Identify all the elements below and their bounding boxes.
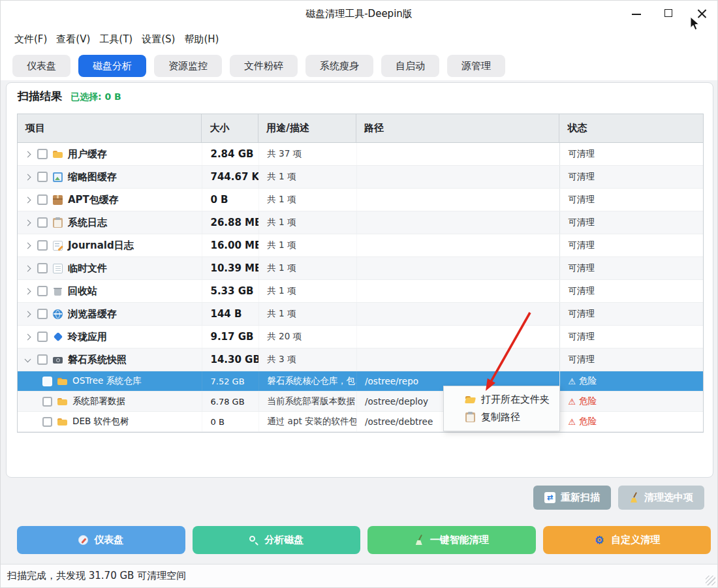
item-label: 用户缓存 <box>68 148 107 161</box>
tab-5[interactable]: 自启动 <box>381 55 439 77</box>
tab-0[interactable]: 仪表盘 <box>12 55 70 77</box>
item-label: 磐石系统快照 <box>68 354 127 366</box>
checkbox[interactable] <box>42 397 52 407</box>
chevron-right-icon[interactable] <box>24 263 32 273</box>
menu-item-3[interactable]: 设置(S) <box>137 31 180 48</box>
table-row[interactable]: 磐石系统快照14.30 GB共 3 项可清理 <box>18 348 703 371</box>
desc-value: 通过 apt 安装的软件包… <box>267 416 356 427</box>
tab-3[interactable]: 文件粉碎 <box>230 55 298 77</box>
chevron-right-icon[interactable] <box>24 172 32 182</box>
menu-item-2[interactable]: 工具(T) <box>95 31 137 48</box>
checkbox[interactable] <box>37 309 48 319</box>
table-row[interactable]: 浏览器缓存144 B共 1 项可清理 <box>18 303 703 326</box>
checkbox[interactable] <box>37 217 48 228</box>
cell-path <box>356 189 559 211</box>
cell-status: 可清理 <box>559 326 703 348</box>
chevron-right-icon[interactable] <box>24 149 32 159</box>
status-label: 危险 <box>579 395 597 407</box>
checkbox[interactable] <box>37 149 48 159</box>
desc-value: 共 37 项 <box>267 148 302 160</box>
menu-item-4[interactable]: 帮助(H) <box>180 31 223 48</box>
table-action-buttons: ⇄ 重新扫描 清理选中项 <box>533 486 704 510</box>
checkbox[interactable] <box>37 332 48 342</box>
chevron-right-icon[interactable] <box>24 240 32 251</box>
checkbox[interactable] <box>37 194 48 205</box>
item-label: 玲珑应用 <box>68 331 107 343</box>
item-label: 临时文件 <box>68 262 107 275</box>
tab-4[interactable]: 系统瘦身 <box>305 55 373 77</box>
broom-icon <box>629 493 639 503</box>
status-label: 危险 <box>579 375 597 387</box>
refresh-icon: ⇄ <box>544 492 555 503</box>
table-row[interactable]: 缩略图缓存744.67 KB共 1 项可清理 <box>18 166 703 189</box>
status-bar: 扫描完成，共发现 31.70 GB 可清理空间 <box>1 564 717 587</box>
desc-value: 共 1 项 <box>267 262 296 274</box>
chevron-right-icon[interactable] <box>24 332 32 342</box>
chevron-down-icon[interactable] <box>24 354 32 365</box>
tab-6[interactable]: 源管理 <box>447 55 505 77</box>
bottom-button-1[interactable]: 分析磁盘 <box>193 526 361 554</box>
table-row[interactable]: Journald日志16.00 MB共 1 项可清理 <box>18 234 703 257</box>
bottom-button-2[interactable]: 一键智能清理 <box>367 526 536 554</box>
size-value: 14.30 GB <box>210 354 258 365</box>
table-row[interactable]: 用户缓存2.84 GB共 37 项可清理 <box>18 143 703 166</box>
close-button[interactable] <box>693 5 710 22</box>
chevron-right-icon[interactable] <box>24 309 32 319</box>
menu-bar: 文件(F)查看(V)工具(T)设置(S)帮助(H) <box>1 27 717 52</box>
chevron-right-icon[interactable] <box>24 286 32 296</box>
cell-desc: 共 1 项 <box>258 234 356 256</box>
size-value: 16.00 MB <box>210 240 258 251</box>
cell-status: ⚠危险 <box>559 412 703 431</box>
checkbox[interactable] <box>42 417 52 427</box>
cell-path <box>356 303 559 325</box>
scan-results-panel: 扫描结果 已选择: 0 B 项目大小用途/描述路径状态用户缓存2.84 GB共 … <box>6 82 713 478</box>
context-menu-item-0[interactable]: 打开所在文件夹 <box>444 391 559 409</box>
table-row[interactable]: 系统日志26.88 MB共 1 项可清理 <box>18 211 703 234</box>
maximize-button[interactable] <box>661 5 678 22</box>
table-row[interactable]: 系统部署数据6.78 GB当前系统部署版本数据/ostree/deploy⚠危险 <box>18 392 703 412</box>
checkbox[interactable] <box>37 172 48 182</box>
bottom-button-3[interactable]: ⚙自定义清理 <box>543 526 711 554</box>
compass-icon <box>78 535 88 545</box>
bottom-button-label: 仪表盘 <box>94 534 123 546</box>
tab-1[interactable]: 磁盘分析 <box>78 55 146 77</box>
cell-status: 可清理 <box>559 166 703 188</box>
desc-value: 共 3 项 <box>267 354 296 365</box>
resize-grip[interactable] <box>706 576 715 585</box>
cell-status: 可清理 <box>559 211 703 234</box>
checkbox[interactable] <box>42 377 52 386</box>
cell-desc: 磐石系统核心仓库，包… <box>258 371 356 391</box>
checkbox[interactable] <box>37 354 48 365</box>
context-menu-item-1[interactable]: 复制路径 <box>444 409 559 426</box>
table-row[interactable]: DEB 软件包树0 B通过 apt 安装的软件包…/ostree/debtree… <box>18 412 703 432</box>
table-row[interactable]: APT包缓存0 B共 1 项可清理 <box>18 189 703 211</box>
table-row[interactable]: OSTree 系统仓库7.52 GB磐石系统核心仓库，包…/ostree/rep… <box>18 371 703 392</box>
clean-selected-button[interactable]: 清理选中项 <box>618 486 704 510</box>
cell-size: 6.78 GB <box>202 392 258 411</box>
desc-value: 共 1 项 <box>267 308 296 320</box>
chevron-right-icon[interactable] <box>24 217 32 228</box>
window-controls <box>628 1 710 27</box>
menu-item-1[interactable]: 查看(V) <box>52 31 95 48</box>
warning-icon: ⚠ <box>568 397 576 407</box>
gear-icon: ⚙ <box>593 535 605 546</box>
size-value: 26.88 MB <box>210 217 258 228</box>
context-menu-label: 打开所在文件夹 <box>481 394 550 406</box>
bottom-button-label: 分析磁盘 <box>264 534 304 546</box>
bottom-button-0[interactable]: 仪表盘 <box>17 526 185 554</box>
cell-size: 16.00 MB <box>202 234 258 256</box>
menu-item-0[interactable]: 文件(F) <box>10 31 52 48</box>
cell-path <box>356 166 559 188</box>
chevron-right-icon[interactable] <box>24 194 32 205</box>
table-row[interactable]: 临时文件10.39 MB共 1 项可清理 <box>18 257 703 280</box>
folder-icon <box>57 397 67 407</box>
table-row[interactable]: 玲珑应用9.17 GB共 20 项可清理 <box>18 326 703 348</box>
tab-2[interactable]: 资源监控 <box>154 55 222 77</box>
minimize-button[interactable] <box>628 5 645 22</box>
table-row[interactable]: 回收站5.33 GB共 1 项可清理 <box>18 280 703 303</box>
checkbox[interactable] <box>37 286 48 296</box>
checkbox[interactable] <box>37 263 48 273</box>
status-badge: 可清理 <box>568 217 595 228</box>
rescan-button[interactable]: ⇄ 重新扫描 <box>533 486 611 510</box>
checkbox[interactable] <box>37 240 48 251</box>
